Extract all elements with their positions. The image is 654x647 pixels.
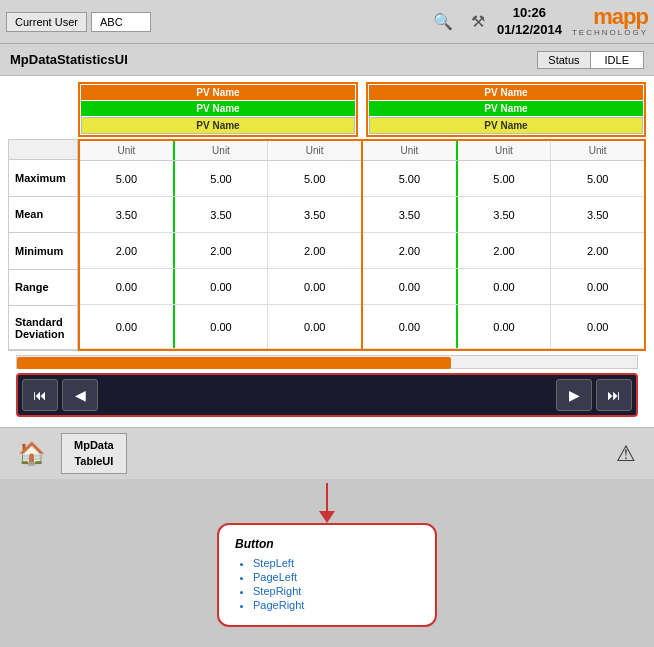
- step-right-button[interactable]: ⏭: [596, 379, 632, 411]
- table-row: 0.000.000.00: [363, 269, 644, 305]
- tooltip-item-4: PageRight: [253, 599, 419, 611]
- pv-section-right: PV Name PV Name PV Name: [366, 82, 646, 137]
- data-cell: 0.00: [268, 269, 361, 304]
- tooltip-box: Button StepLeft PageLeft StepRight PageR…: [217, 523, 437, 627]
- data-cell: 5.00: [268, 161, 361, 196]
- pv-name-yellow-left: PV Name: [81, 117, 355, 134]
- unit-header-4: Unit: [363, 141, 458, 160]
- data-cell: 0.00: [175, 305, 269, 348]
- data-cell: 0.00: [458, 269, 552, 304]
- pv-name-orange-left: PV Name: [81, 85, 355, 100]
- scroll-area[interactable]: [16, 355, 638, 369]
- data-cell: 3.50: [268, 197, 361, 232]
- row-label-maximum: Maximum: [9, 160, 77, 197]
- unit-header-3: Unit: [268, 141, 361, 160]
- brand-sub: TECHNOLOGY: [572, 28, 648, 37]
- data-cell: 0.00: [551, 305, 644, 348]
- data-group-right: Unit Unit Unit 5.005.005.003.503.503.502…: [362, 139, 646, 351]
- data-cell: 0.00: [80, 269, 175, 304]
- data-cell: 0.00: [458, 305, 552, 348]
- data-cell: 2.00: [80, 233, 175, 268]
- data-cell: 2.00: [458, 233, 552, 268]
- data-cell: 0.00: [363, 269, 458, 304]
- tooltip-item-2: PageLeft: [253, 571, 419, 583]
- row-label-mean: Mean: [9, 197, 77, 234]
- data-cell: 0.00: [363, 305, 458, 348]
- data-cell: 0.00: [175, 269, 269, 304]
- nav-left-group: ⏮ ◀: [22, 379, 98, 411]
- unit-headers-left: Unit Unit Unit: [80, 141, 361, 161]
- table-row: 0.000.000.00: [363, 305, 644, 349]
- pv-headers: PV Name PV Name PV Name PV Name PV Name …: [78, 82, 646, 137]
- status-value: IDLE: [591, 51, 644, 69]
- unit-headers-right: Unit Unit Unit: [363, 141, 644, 161]
- search-icon[interactable]: 🔍: [427, 10, 459, 33]
- arrow-tooltip-section: Button StepLeft PageLeft StepRight PageR…: [0, 479, 654, 627]
- home-button[interactable]: 🏠: [10, 437, 53, 471]
- table-row: 3.503.503.50: [363, 197, 644, 233]
- data-cell: 3.50: [551, 197, 644, 232]
- pv-name-yellow-right: PV Name: [369, 117, 643, 134]
- tooltip-list: StepLeft PageLeft StepRight PageRight: [235, 557, 419, 611]
- data-cell: 3.50: [175, 197, 269, 232]
- title-bar: MpDataStatisticsUI Status IDLE: [0, 44, 654, 76]
- user-label: Current User: [6, 12, 87, 32]
- data-cell: 2.00: [268, 233, 361, 268]
- pv-name-green-left: PV Name: [81, 101, 355, 116]
- row-labels: Maximum Mean Minimum Range StandardDevia…: [8, 139, 78, 351]
- data-cell: 5.00: [363, 161, 458, 196]
- tooltip-item-1: StepLeft: [253, 557, 419, 569]
- row-label-stddev: StandardDeviation: [9, 306, 77, 350]
- unit-header-2: Unit: [175, 141, 269, 160]
- row-label-range: Range: [9, 270, 77, 307]
- brand-name: mapp: [593, 6, 648, 28]
- data-cell: 3.50: [458, 197, 552, 232]
- bottom-bar: 🏠 MpDataTableUI ⚠: [0, 427, 654, 479]
- pv-name-orange-right: PV Name: [369, 85, 643, 100]
- data-table: Maximum Mean Minimum Range StandardDevia…: [8, 139, 646, 351]
- table-row: 5.005.005.00: [363, 161, 644, 197]
- main-content: PV Name PV Name PV Name PV Name PV Name …: [0, 76, 654, 427]
- mapp-logo: mapp TECHNOLOGY: [572, 6, 648, 37]
- data-cell: 0.00: [551, 269, 644, 304]
- time-display: 10:26: [497, 5, 562, 22]
- pv-name-green-right: PV Name: [369, 101, 643, 116]
- data-cell: 2.00: [551, 233, 644, 268]
- scroll-thumb: [17, 357, 451, 369]
- data-cell: 2.00: [175, 233, 269, 268]
- datetime: 10:26 01/12/2014: [497, 5, 562, 39]
- mpdata-tableui-button[interactable]: MpDataTableUI: [61, 433, 127, 474]
- user-field: Current User ABC: [6, 12, 151, 32]
- unit-header-1: Unit: [80, 141, 175, 160]
- table-row: 2.002.002.00: [363, 233, 644, 269]
- table-row: 5.005.005.00: [80, 161, 361, 197]
- tooltip-item-3: StepRight: [253, 585, 419, 597]
- step-left-button[interactable]: ⏮: [22, 379, 58, 411]
- nav-right-group: ▶ ⏭: [556, 379, 632, 411]
- user-value[interactable]: ABC: [91, 12, 151, 32]
- page-left-button[interactable]: ◀: [62, 379, 98, 411]
- data-cell: 0.00: [268, 305, 361, 348]
- row-label-minimum: Minimum: [9, 233, 77, 270]
- row-label-spacer: [9, 140, 77, 160]
- table-row: 0.000.000.00: [80, 269, 361, 305]
- warning-button[interactable]: ⚠: [608, 437, 644, 471]
- data-group-left: Unit Unit Unit 5.005.005.003.503.503.502…: [78, 139, 362, 351]
- data-rows-left: 5.005.005.003.503.503.502.002.002.000.00…: [80, 161, 361, 349]
- unit-header-5: Unit: [458, 141, 552, 160]
- data-cell: 2.00: [363, 233, 458, 268]
- data-cell: 3.50: [80, 197, 175, 232]
- data-cell: 5.00: [80, 161, 175, 196]
- data-cell: 5.00: [175, 161, 269, 196]
- status-label: Status: [537, 51, 590, 69]
- table-row: 3.503.503.50: [80, 197, 361, 233]
- arrow-line: [326, 483, 328, 511]
- data-cell: 3.50: [363, 197, 458, 232]
- table-row: 0.000.000.00: [80, 305, 361, 349]
- page-title: MpDataStatisticsUI: [10, 52, 537, 67]
- wrench-icon[interactable]: ⚒: [465, 10, 491, 33]
- status-group: Status IDLE: [537, 51, 644, 69]
- arrow-head: [319, 511, 335, 523]
- pv-section-left: PV Name PV Name PV Name: [78, 82, 358, 137]
- page-right-button[interactable]: ▶: [556, 379, 592, 411]
